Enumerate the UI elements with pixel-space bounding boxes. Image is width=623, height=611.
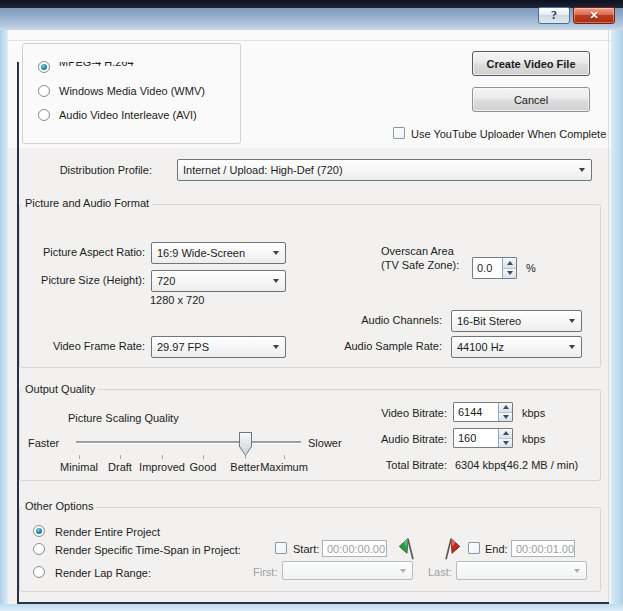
render-lap-label: Render Lap Range:	[55, 567, 151, 579]
video-frame-rate-label: Video Frame Rate:	[20, 340, 145, 352]
audio-bitrate-spinner[interactable]: 160	[453, 428, 513, 448]
dropdown-arrow-icon	[569, 345, 575, 349]
slider-tick-label: Minimal	[60, 461, 98, 473]
spinner-down-icon[interactable]	[503, 269, 516, 279]
dialog-border-right	[608, 30, 609, 602]
render-timespan-label: Render Specific Time-Span in Project:	[55, 544, 241, 556]
overscan-label-line1: Overscan Area	[381, 245, 454, 257]
youtube-uploader-label: Use YouTube Uploader When Complete	[411, 128, 606, 140]
render-entire-label: Render Entire Project	[55, 526, 160, 538]
slider-tick	[79, 455, 80, 459]
other-options-title: Other Options	[22, 500, 96, 512]
slider-tick	[203, 455, 204, 459]
dropdown-arrow-icon	[569, 319, 575, 323]
create-video-file-button[interactable]: Create Video File	[472, 51, 590, 76]
overscan-spinner[interactable]: 0.0	[472, 257, 517, 279]
overscan-unit: %	[526, 262, 536, 274]
start-checkbox[interactable]	[275, 542, 287, 554]
slider-tick-label: Good	[190, 461, 217, 473]
spinner-up-icon[interactable]	[499, 403, 512, 413]
aspect-ratio-dropdown[interactable]: 16:9 Wide-Screen	[151, 242, 286, 264]
dropdown-arrow-icon	[574, 569, 580, 573]
video-bitrate-unit: kbps	[522, 407, 545, 419]
produce-dialog: ? ✕ MPEG-4 H.264 Windows Media Video (WM…	[0, 0, 623, 611]
distribution-profile-dropdown[interactable]: Internet / Upload: High-Def (720)	[177, 159, 592, 181]
picture-audio-title: Picture and Audio Format	[22, 197, 152, 209]
dropdown-arrow-icon	[579, 168, 585, 172]
cancel-button[interactable]: Cancel	[472, 87, 590, 112]
start-time-input[interactable]: 00:00:00.00	[322, 540, 387, 557]
slider-tick-label: Improved	[139, 461, 185, 473]
render-entire-radio[interactable]	[33, 525, 45, 537]
output-quality-title: Output Quality	[22, 383, 98, 395]
first-lap-dropdown[interactable]	[282, 561, 413, 580]
overscan-label-line2: (TV Safe Zone):	[381, 259, 459, 271]
help-button[interactable]: ?	[538, 7, 570, 24]
slider-tick-label: Better	[230, 461, 259, 473]
start-label: Start:	[293, 543, 319, 555]
format-label-avi: Audio Video Interleave (AVI)	[59, 109, 197, 121]
mark-in-green-flag-icon[interactable]	[396, 537, 418, 561]
titlebar	[0, 8, 623, 30]
audio-sample-rate-label: Audio Sample Rate:	[324, 340, 442, 352]
close-button[interactable]: ✕	[573, 7, 615, 24]
titlebar-top-edge	[0, 0, 623, 8]
format-radio-wmv[interactable]	[38, 85, 50, 97]
audio-bitrate-unit: kbps	[522, 433, 545, 445]
audio-bitrate-label: Audio Bitrate:	[330, 433, 447, 445]
slider-tick	[162, 455, 163, 459]
aspect-ratio-label: Picture Aspect Ratio:	[20, 246, 145, 258]
picture-size-label: Picture Size (Height):	[20, 274, 145, 286]
first-lap-label: First:	[253, 566, 277, 578]
format-label-mpeg4-clipped: MPEG-4 H.264	[59, 62, 199, 72]
distribution-profile-label: Distribution Profile:	[30, 164, 152, 176]
dropdown-arrow-icon	[273, 279, 279, 283]
last-lap-label: Last:	[428, 566, 452, 578]
video-bitrate-spinner[interactable]: 6144	[453, 402, 513, 422]
spinner-down-icon[interactable]	[499, 413, 512, 422]
format-radio-avi[interactable]	[38, 109, 50, 121]
mark-out-red-flag-icon[interactable]	[441, 537, 463, 561]
video-frame-rate-dropdown[interactable]: 29.97 FPS	[151, 336, 286, 358]
audio-channels-dropdown[interactable]: 16-Bit Stereo	[451, 310, 582, 332]
slider-tick	[120, 455, 121, 459]
end-time-input[interactable]: 00:00:01.00	[511, 540, 575, 557]
total-bitrate-label: Total Bitrate:	[330, 459, 447, 471]
window-frame-bottom	[0, 604, 623, 611]
close-icon: ✕	[589, 9, 598, 22]
spinner-down-icon[interactable]	[499, 439, 512, 448]
render-timespan-radio[interactable]	[33, 543, 45, 555]
audio-sample-rate-dropdown[interactable]: 44100 Hz	[451, 336, 582, 358]
format-label-wmv: Windows Media Video (WMV)	[59, 85, 205, 97]
dropdown-arrow-icon	[273, 345, 279, 349]
slider-left-label: Faster	[28, 437, 59, 449]
render-lap-radio[interactable]	[33, 566, 45, 578]
dropdown-arrow-icon	[273, 251, 279, 255]
slider-tick-label: Maximum	[260, 461, 308, 473]
seam-line	[8, 40, 611, 41]
scaling-quality-slider-track[interactable]	[76, 441, 301, 443]
picture-size-dropdown[interactable]: 720	[151, 270, 286, 292]
help-icon: ?	[551, 8, 557, 23]
total-bitrate-value: 6304 kbps	[455, 459, 506, 471]
resolution-readout: 1280 x 720	[150, 294, 204, 306]
spinner-up-icon[interactable]	[503, 258, 516, 269]
last-lap-dropdown[interactable]	[456, 561, 587, 580]
audio-channels-label: Audio Channels:	[324, 314, 442, 326]
spinner-up-icon[interactable]	[499, 429, 512, 439]
dialog-border-bottom	[17, 602, 609, 604]
dropdown-arrow-icon	[400, 569, 406, 573]
total-bitrate-detail: (46.2 MB / min)	[503, 459, 578, 471]
youtube-uploader-checkbox[interactable]	[393, 127, 405, 139]
slider-tick	[284, 455, 285, 459]
dialog-client-area: MPEG-4 H.264 Windows Media Video (WMV) A…	[8, 30, 611, 604]
slider-tick-label: Draft	[108, 461, 132, 473]
end-label: End:	[485, 543, 508, 555]
format-radio-mpeg4[interactable]	[38, 61, 50, 73]
window-frame-left	[0, 30, 8, 611]
scaling-quality-title: Picture Scaling Quality	[68, 412, 179, 424]
window-frame-right	[611, 30, 623, 611]
end-checkbox[interactable]	[468, 542, 480, 554]
video-bitrate-label: Video Bitrate:	[330, 407, 447, 419]
